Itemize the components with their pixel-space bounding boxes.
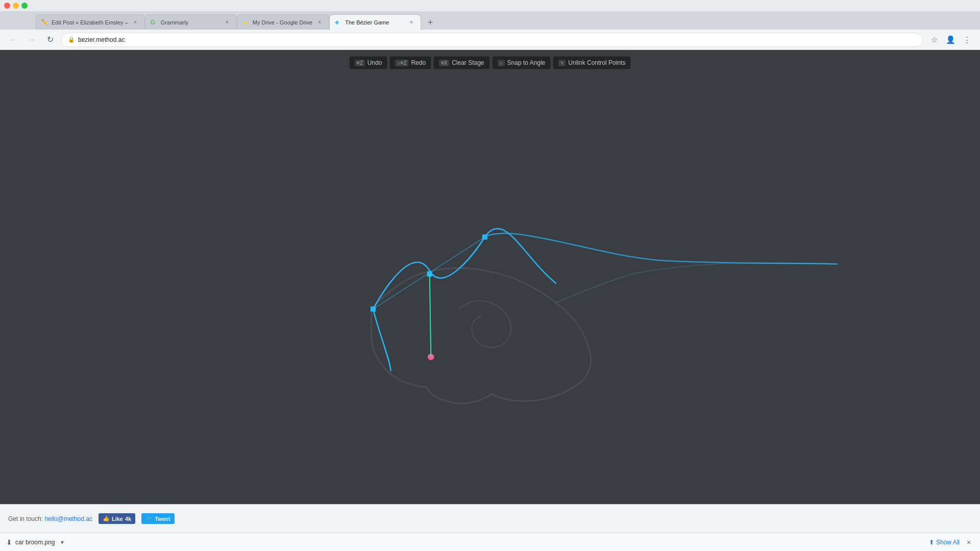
like-count: 4k [125,516,131,522]
menu-button[interactable]: ⋮ [960,33,974,47]
tab-label: My Drive - Google Drive [253,19,312,26]
tab-edit-post[interactable]: ✏️ Edit Post « Elizabeth Emsley – × [36,14,145,30]
tab-label: Grammarly [161,19,220,26]
back-button[interactable]: ← [6,33,20,47]
canvas-area[interactable]: ⌘Z Undo ⇧⌘Z Redo ⌘X Clear Stage ⇧ [0,50,980,504]
footer: Get in touch: hello@method.ac 👍 Like 4k … [0,504,980,533]
contact-label: Get in touch: [8,515,43,522]
like-button[interactable]: 👍 Like 4k [99,513,135,524]
download-bar: ⬇ car broom.png ▾ ⬆ Show All × [0,533,980,551]
nav-right: ☆ 👤 ⋮ [927,33,974,47]
tab-favicon: G [151,19,158,26]
tweet-button[interactable]: 🐦 Tweet [141,513,174,524]
minimize-button[interactable] [13,3,19,9]
tab-label: The Bézier Game [345,19,404,26]
tab-close-icon[interactable]: × [223,18,231,27]
tab-drive[interactable]: ▲ My Drive - Google Drive × [237,14,329,30]
contact-text: Get in touch: hello@method.ac [8,515,92,522]
show-all-label: Show All [936,539,960,546]
tab-bezier[interactable]: ◆ The Bézier Game × [329,14,421,30]
browser-frame: ✏️ Edit Post « Elizabeth Emsley – × G Gr… [0,0,980,551]
tab-grammarly[interactable]: G Grammarly × [145,14,237,30]
anchor-point-3 [482,234,487,239]
forward-button[interactable]: → [24,33,39,47]
title-bar [0,0,980,11]
tab-favicon: ▲ [242,19,250,26]
tab-close-icon[interactable]: × [407,18,415,27]
download-close-button[interactable]: × [964,537,974,547]
tab-label: Edit Post « Elizabeth Emsley – [52,19,128,26]
bezier-svg[interactable] [0,50,980,504]
svg-line-2 [430,274,431,357]
download-file: ⬇ car broom.png ▾ [6,538,67,547]
tab-bar: ✏️ Edit Post « Elizabeth Emsley – × G Gr… [0,11,980,30]
like-label: Like [112,516,123,522]
user-button[interactable]: 👤 [943,33,958,47]
reload-button[interactable]: ↻ [43,33,57,47]
download-dropdown-button[interactable]: ▾ [58,538,67,547]
bookmark-button[interactable]: ☆ [927,33,941,47]
contact-email-link[interactable]: hello@method.ac [44,515,92,522]
target-path [371,263,835,404]
maximize-button[interactable] [21,3,28,9]
address-bar[interactable]: 🔒 bezier.method.ac [61,33,923,47]
anchor-point-1 [371,306,376,311]
url-text: bezier.method.ac [78,36,916,43]
tab-favicon: ◆ [335,19,342,26]
traffic-lights [4,3,28,9]
user-curve [371,229,838,371]
like-icon: 👍 [103,515,110,522]
tweet-label: Tweet [155,516,170,522]
download-file-icon: ⬇ [6,538,12,546]
twitter-icon: 🐦 [145,515,153,522]
nav-bar: ← → ↻ 🔒 bezier.method.ac ☆ 👤 ⋮ [0,30,980,50]
show-all-button[interactable]: ⬆ Show All [929,539,960,546]
new-tab-button[interactable]: + [423,15,437,30]
show-all-icon: ⬆ [929,539,934,546]
close-button[interactable] [4,3,10,9]
tab-close-icon[interactable]: × [315,18,324,27]
download-right: ⬆ Show All × [929,537,974,547]
tab-favicon: ✏️ [41,19,48,26]
download-filename: car broom.png [15,539,55,546]
tab-close-icon[interactable]: × [131,18,139,27]
lock-icon: 🔒 [68,36,75,43]
